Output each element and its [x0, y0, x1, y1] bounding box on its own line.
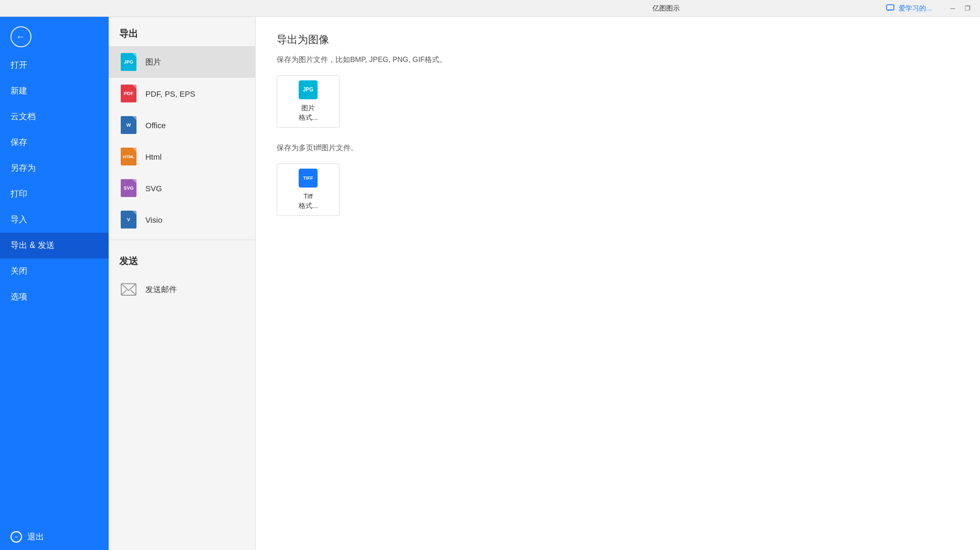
- mid-item-office[interactable]: W Office: [109, 109, 255, 141]
- sidebar-item-options[interactable]: 选项: [0, 284, 109, 310]
- send-item-email[interactable]: 发送邮件: [109, 274, 255, 305]
- jpg-card-label: 图片格式...: [299, 103, 318, 122]
- format-card-tiff[interactable]: TIFF Tiff格式...: [277, 163, 340, 216]
- mid-item-html[interactable]: HTML Html: [109, 141, 255, 172]
- sidebar: ← 打开 新建 云文档 保存 另存为 打印 导入: [0, 17, 109, 550]
- app-body: ← 打开 新建 云文档 保存 另存为 打印 导入: [0, 17, 980, 550]
- app-title: 亿图图示: [446, 4, 886, 13]
- back-arrow-icon: ←: [16, 32, 25, 43]
- format-card-jpg[interactable]: JPG 图片格式...: [277, 75, 340, 128]
- image-format-cards: JPG 图片格式...: [277, 75, 959, 128]
- export-section-header: 导出: [109, 17, 255, 46]
- mid-item-visio[interactable]: V Visio: [109, 204, 255, 235]
- svg-line-3: [131, 290, 136, 295]
- content-desc-2: 保存为多页tiff图片文件。: [277, 143, 959, 153]
- svg-icon: SVG: [119, 179, 138, 198]
- sidebar-item-export[interactable]: 导出 & 发送: [0, 233, 109, 258]
- email-icon: [119, 280, 138, 299]
- sidebar-item-open[interactable]: 打开: [0, 53, 109, 78]
- chat-icon: [886, 4, 895, 13]
- content-desc-1: 保存为图片文件，比如BMP, JPEG, PNG, GIF格式。: [277, 55, 959, 65]
- html-icon: HTML: [119, 147, 138, 166]
- sidebar-item-import[interactable]: 导入: [0, 207, 109, 233]
- tiff-card-icon: TIFF: [299, 169, 318, 188]
- titlebar: 亿图图示 爱学习的... ─ ❐: [0, 0, 980, 17]
- sidebar-item-new[interactable]: 新建: [0, 78, 109, 104]
- sidebar-item-save[interactable]: 保存: [0, 130, 109, 155]
- sidebar-item-cloud[interactable]: 云文档: [0, 104, 109, 130]
- exit-icon: −: [10, 531, 22, 543]
- back-button[interactable]: ←: [0, 17, 109, 53]
- sidebar-item-close[interactable]: 关闭: [0, 258, 109, 284]
- mid-item-image[interactable]: JPG 图片: [109, 46, 255, 78]
- jpg-label: JPG: [303, 87, 313, 92]
- sidebar-nav: 打开 新建 云文档 保存 另存为 打印 导入 导出 & 发送: [0, 53, 109, 550]
- user-area[interactable]: 爱学习的...: [886, 4, 932, 13]
- image-icon: JPG: [119, 53, 138, 71]
- svg-line-2: [121, 290, 127, 295]
- office-icon: W: [119, 116, 138, 134]
- svg-rect-0: [887, 5, 894, 10]
- mid-panel: 导出 JPG 图片 PDF PDF, PS, EPS W: [109, 17, 256, 550]
- content-area: 导出为图像 保存为图片文件，比如BMP, JPEG, PNG, GIF格式。 J…: [256, 17, 980, 550]
- sidebar-item-saveas[interactable]: 另存为: [0, 155, 109, 181]
- tiff-format-cards: TIFF Tiff格式...: [277, 163, 959, 216]
- jpg-card-icon: JPG: [299, 80, 318, 99]
- tiff-card-label: Tiff格式...: [299, 192, 318, 211]
- mid-item-svg[interactable]: SVG SVG: [109, 172, 255, 204]
- exit-button[interactable]: − 退出: [0, 524, 109, 550]
- sidebar-item-print[interactable]: 打印: [0, 181, 109, 207]
- restore-button[interactable]: ❐: [961, 2, 974, 15]
- user-name: 爱学习的...: [899, 4, 932, 13]
- mid-item-pdf[interactable]: PDF PDF, PS, EPS: [109, 78, 255, 109]
- back-circle[interactable]: ←: [10, 26, 31, 47]
- send-section-header: 发送: [109, 244, 255, 274]
- visio-icon: V: [119, 210, 138, 229]
- content-title: 导出为图像: [277, 33, 959, 47]
- pdf-icon: PDF: [119, 84, 138, 103]
- tiff-label: TIFF: [303, 175, 313, 181]
- titlebar-controls: 爱学习的... ─ ❐: [886, 2, 974, 15]
- mid-divider: [109, 240, 255, 240]
- minimize-button[interactable]: ─: [946, 2, 959, 15]
